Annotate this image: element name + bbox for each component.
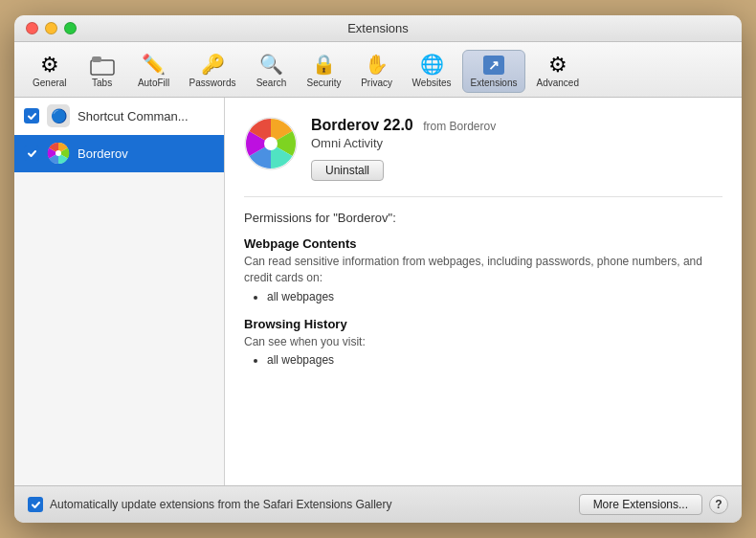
extension-icon <box>244 117 298 170</box>
more-extensions-button[interactable]: More Extensions... <box>579 494 702 515</box>
permissions-section: Permissions for "Borderov": Webpage Cont… <box>244 196 723 367</box>
toolbar-item-advanced[interactable]: ⚙Advanced <box>527 50 587 93</box>
shortcut-icon: 🔵 <box>47 104 70 127</box>
toolbar-label-passwords: Passwords <box>189 78 236 88</box>
tabs-icon <box>90 55 115 76</box>
toolbar-label-general: General <box>33 78 67 88</box>
auto-update-label: Automatically update extensions from the… <box>50 498 392 511</box>
detail-pane: Borderov 22.0 from Borderov Omni Activit… <box>225 98 742 485</box>
sidebar-checkbox-shortcut[interactable] <box>24 108 39 123</box>
permission-name-webpage: Webpage Contents <box>244 236 723 251</box>
permission-group-history: Browsing History Can see when you visit:… <box>244 317 723 368</box>
bottom-bar: Automatically update extensions from the… <box>14 485 742 523</box>
permission-desc-webpage: Can read sensitive information from webp… <box>244 254 723 286</box>
borderov-icon <box>47 142 70 165</box>
permission-group-webpage: Webpage Contents Can read sensitive info… <box>244 236 723 303</box>
toolbar-item-security[interactable]: 🔒Security <box>298 48 349 93</box>
toolbar: ⚙General Tabs✏️AutoFill🔑Passwords🔍Search… <box>14 42 742 98</box>
pencil-icon: ✏️ <box>142 53 166 76</box>
extension-header: Borderov 22.0 from Borderov Omni Activit… <box>244 117 723 181</box>
permission-list-webpage: all webpages <box>244 290 723 303</box>
sidebar-item-shortcut-label: Shortcut Comman... <box>78 109 214 123</box>
permissions-title: Permissions for "Borderov": <box>244 211 723 225</box>
advanced-icon: ⚙ <box>548 55 567 76</box>
extension-name-line: Borderov 22.0 from Borderov <box>311 117 723 134</box>
extension-subtitle: Omni Activity <box>311 136 723 150</box>
main-window: Extensions ⚙General Tabs✏️AutoFill🔑Passw… <box>14 15 742 523</box>
toolbar-item-extensions[interactable]: ↗ Extensions <box>462 50 526 93</box>
toolbar-label-search: Search <box>256 78 287 88</box>
close-button[interactable] <box>26 22 38 34</box>
sidebar-item-borderov[interactable]: Borderov <box>14 135 224 172</box>
toolbar-item-passwords[interactable]: 🔑Passwords <box>181 48 245 93</box>
sidebar-checkbox-borderov[interactable] <box>24 146 39 161</box>
search-icon: 🔍 <box>259 53 283 76</box>
toolbar-label-websites: Websites <box>412 78 452 88</box>
toolbar-item-tabs[interactable]: Tabs <box>78 50 127 93</box>
extension-name: Borderov 22.0 <box>311 117 417 133</box>
gear-icon: ⚙ <box>40 55 59 76</box>
svg-point-5 <box>56 150 61 156</box>
uninstall-button[interactable]: Uninstall <box>311 160 384 181</box>
sidebar: 🔵 Shortcut Comman... <box>14 98 225 485</box>
toolbar-label-extensions: Extensions <box>471 78 518 88</box>
toolbar-label-privacy: Privacy <box>361 78 392 88</box>
maximize-button[interactable] <box>64 22 77 34</box>
toolbar-item-search[interactable]: 🔍Search <box>246 48 296 93</box>
key-icon: 🔑 <box>201 53 225 76</box>
globe-icon: 🌐 <box>420 53 444 76</box>
toolbar-item-general[interactable]: ⚙General <box>24 50 76 93</box>
permission-name-history: Browsing History <box>244 317 723 331</box>
sidebar-item-borderov-label: Borderov <box>78 146 214 161</box>
window-controls <box>26 22 77 34</box>
list-item: all webpages <box>267 353 723 367</box>
lock-icon: 🔒 <box>312 53 336 76</box>
extension-source: from Borderov <box>423 120 496 133</box>
toolbar-label-tabs: Tabs <box>92 78 112 88</box>
extension-info: Borderov 22.0 from Borderov Omni Activit… <box>311 117 723 181</box>
title-bar: Extensions <box>14 15 742 42</box>
toolbar-label-advanced: Advanced <box>536 78 578 88</box>
extensions-icon: ↗ <box>481 55 506 76</box>
hand-icon: ✋ <box>365 53 389 76</box>
svg-rect-1 <box>92 56 101 62</box>
list-item: all webpages <box>267 290 723 303</box>
auto-update-section: Automatically update extensions from the… <box>28 497 392 512</box>
sidebar-item-shortcut[interactable]: 🔵 Shortcut Comman... <box>14 98 224 135</box>
toolbar-label-security: Security <box>306 78 341 88</box>
permission-desc-history: Can see when you visit: <box>244 334 723 350</box>
svg-text:↗: ↗ <box>488 57 500 73</box>
auto-update-checkbox[interactable] <box>28 497 43 512</box>
permission-list-history: all webpages <box>244 353 723 367</box>
toolbar-item-privacy[interactable]: ✋Privacy <box>352 48 402 93</box>
toolbar-item-autofill[interactable]: ✏️AutoFill <box>129 48 179 93</box>
minimize-button[interactable] <box>45 22 57 34</box>
toolbar-item-websites[interactable]: 🌐Websites <box>404 48 460 93</box>
svg-rect-0 <box>91 60 114 75</box>
help-button[interactable]: ? <box>709 495 728 514</box>
svg-point-7 <box>264 137 278 150</box>
window-title: Extensions <box>347 21 409 35</box>
toolbar-label-autofill: AutoFill <box>138 78 169 88</box>
main-content: 🔵 Shortcut Comman... <box>14 98 742 485</box>
bottom-right: More Extensions... ? <box>579 494 728 515</box>
